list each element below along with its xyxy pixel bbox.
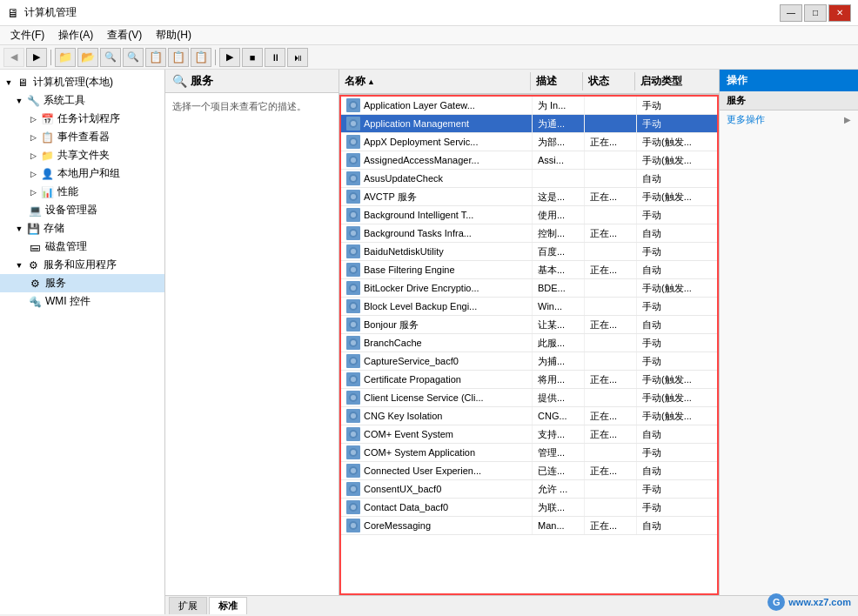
table-row[interactable]: Application Layer Gatew... 为 In... 手动 本	[341, 97, 717, 115]
service-desc: 允许 ...	[533, 480, 585, 498]
maximize-button[interactable]: □	[804, 4, 827, 22]
folder-icon-btn[interactable]: 📁	[55, 48, 76, 67]
toolbar-separator-2	[215, 50, 216, 65]
service-desc: 为部...	[533, 133, 585, 151]
service-desc: 控制...	[533, 224, 585, 242]
tab-standard[interactable]: 标准	[209, 597, 247, 614]
sidebar-shared-folders[interactable]: ▷ 📁 共享文件夹	[0, 146, 164, 164]
menu-view[interactable]: 查看(V)	[100, 26, 149, 44]
forward-button[interactable]: ▶	[26, 48, 47, 67]
sidebar-disk-management[interactable]: 🖴 磁盘管理	[0, 238, 164, 256]
close-button[interactable]: ✕	[828, 4, 851, 22]
service-icon	[346, 117, 360, 131]
expand-icon-storage: ▼	[14, 224, 24, 234]
minimize-button[interactable]: —	[780, 4, 802, 22]
device-manager-icon: 💻	[28, 204, 42, 218]
table-row[interactable]: COM+ System Application 管理... 手动 本	[341, 444, 717, 462]
services-table-header: 名称 ▲ 描述 状态 启动类型 登	[339, 70, 719, 95]
service-name: BaiduNetdiskUtility	[364, 246, 444, 257]
restart-btn[interactable]: ⏯	[287, 48, 308, 67]
table-row[interactable]: Connected User Experien... 已连... 正在... 自…	[341, 462, 717, 480]
table-row[interactable]: BranchCache 此服... 手动 网	[341, 334, 717, 352]
svg-point-17	[351, 249, 356, 254]
service-startup: 手动	[637, 115, 719, 132]
menu-file[interactable]: 文件(F)	[3, 26, 51, 44]
service-status	[585, 206, 637, 224]
table-row[interactable]: Background Intelligent T... 使用... 手动 本	[341, 206, 717, 224]
table-row[interactable]: Client License Service (Cli... 提供... 手动(…	[341, 389, 717, 407]
service-name: Base Filtering Engine	[364, 264, 455, 275]
sidebar-system-tools[interactable]: ▼ 🔧 系统工具	[0, 91, 164, 110]
service-name: AppX Deployment Servic...	[364, 137, 478, 147]
table-row[interactable]: ConsentUX_bacf0 允许 ... 手动 本	[341, 480, 717, 499]
service-desc	[533, 170, 585, 187]
table-row[interactable]: CoreMessaging Man... 正在... 自动 本	[341, 517, 717, 535]
service-status	[585, 480, 637, 498]
back-button[interactable]: ◀	[3, 48, 24, 67]
table-row[interactable]: Background Tasks Infra... 控制... 正在... 自动…	[341, 224, 717, 243]
menu-help[interactable]: 帮助(H)	[149, 26, 198, 44]
service-status: 正在...	[585, 316, 637, 333]
sidebar-services-label: 服务	[45, 276, 66, 291]
table-row[interactable]: Base Filtering Engine 基本... 正在... 自动 本	[341, 261, 717, 279]
table-row[interactable]: COM+ Event System 支持... 正在... 自动 本	[341, 425, 717, 444]
menu-action[interactable]: 操作(A)	[51, 26, 100, 44]
svg-point-25	[351, 322, 356, 327]
table-row[interactable]: Certificate Propagation 将用... 正在... 手动(触…	[341, 371, 717, 389]
event-viewer-icon: 📋	[40, 131, 54, 144]
sidebar-performance[interactable]: ▷ 📊 性能	[0, 183, 164, 201]
service-status	[585, 97, 637, 114]
table-row[interactable]: AppX Deployment Servic... 为部... 正在... 手动…	[341, 133, 717, 151]
sidebar-root[interactable]: ▼ 🖥 计算机管理(本地)	[0, 73, 164, 91]
services-table-body[interactable]: Application Layer Gatew... 为 In... 手动 本 …	[339, 95, 719, 595]
col-startup[interactable]: 启动类型	[635, 72, 719, 90]
folder2-icon-btn[interactable]: 📂	[77, 48, 98, 67]
title-bar-controls: — □ ✕	[780, 4, 851, 22]
services-header-label: 服务	[191, 73, 213, 89]
svg-point-35	[351, 413, 356, 418]
sidebar-services[interactable]: ⚙ 服务	[0, 274, 164, 292]
table-row[interactable]: Contact Data_bacf0 为联... 手动 本	[341, 499, 717, 517]
search2-btn[interactable]: 🔍	[123, 48, 144, 67]
table-row[interactable]: AVCTP 服务 这是... 正在... 手动(触发... 本	[341, 188, 717, 206]
tab-expand[interactable]: 扩展	[169, 597, 207, 614]
service-status: 正在...	[585, 517, 637, 534]
table-row[interactable]: Block Level Backup Engi... Win... 手动 本	[341, 298, 717, 316]
sidebar-task-scheduler[interactable]: ▷ 📅 任务计划程序	[0, 110, 164, 128]
service-status	[585, 444, 637, 461]
table-row[interactable]: AsusUpdateCheck 自动 本	[341, 170, 717, 188]
service-name: AssignedAccessManager...	[364, 155, 479, 165]
col-status[interactable]: 状态	[583, 72, 635, 90]
table-row[interactable]: BaiduNetdiskUtility 百度... 手动 本	[341, 243, 717, 261]
pause-btn[interactable]: ⏸	[265, 48, 285, 67]
svg-point-11	[351, 194, 356, 199]
sidebar-device-manager[interactable]: 💻 设备管理器	[0, 201, 164, 219]
sidebar-local-users-label: 本地用户和组	[57, 166, 120, 181]
play-btn[interactable]: ▶	[219, 48, 240, 67]
paste-btn[interactable]: 📋	[191, 48, 211, 67]
search3-btn[interactable]: 📋	[145, 48, 166, 67]
table-row[interactable]: CNG Key Isolation CNG... 正在... 手动(触发... …	[341, 407, 717, 425]
service-startup: 自动	[637, 462, 719, 479]
service-name: Block Level Backup Engi...	[364, 301, 477, 311]
sidebar-local-users[interactable]: ▷ 👤 本地用户和组	[0, 164, 164, 183]
sidebar-storage[interactable]: ▼ 💾 存储	[0, 219, 164, 238]
copy-btn[interactable]: 📋	[168, 48, 189, 67]
table-row[interactable]: Bonjour 服务 让某... 正在... 自动 本	[341, 316, 717, 334]
sidebar-services-apps[interactable]: ▼ ⚙ 服务和应用程序	[0, 256, 164, 274]
service-startup: 手动	[637, 243, 719, 260]
search1-btn[interactable]: 🔍	[100, 48, 121, 67]
svg-point-29	[351, 358, 356, 364]
sidebar-event-viewer[interactable]: ▷ 📋 事件查看器	[0, 128, 164, 146]
table-row[interactable]: BitLocker Drive Encryptio... BDE... 手动(触…	[341, 279, 717, 298]
service-desc: 让某...	[533, 316, 585, 333]
col-desc[interactable]: 描述	[531, 72, 583, 90]
more-actions-item[interactable]: 更多操作 ▶	[720, 110, 858, 129]
table-row[interactable]: AssignedAccessManager... Assi... 手动(触发..…	[341, 151, 717, 170]
sidebar-wmi[interactable]: 🔩 WMI 控件	[0, 292, 164, 311]
table-row[interactable]: CaptureService_bacf0 为捕... 手动 本	[341, 352, 717, 371]
stop-btn[interactable]: ■	[242, 48, 263, 67]
service-desc: 为联...	[533, 499, 585, 516]
col-name[interactable]: 名称 ▲	[339, 72, 531, 90]
table-row[interactable]: Application Management 为通... 手动 本	[341, 115, 717, 133]
